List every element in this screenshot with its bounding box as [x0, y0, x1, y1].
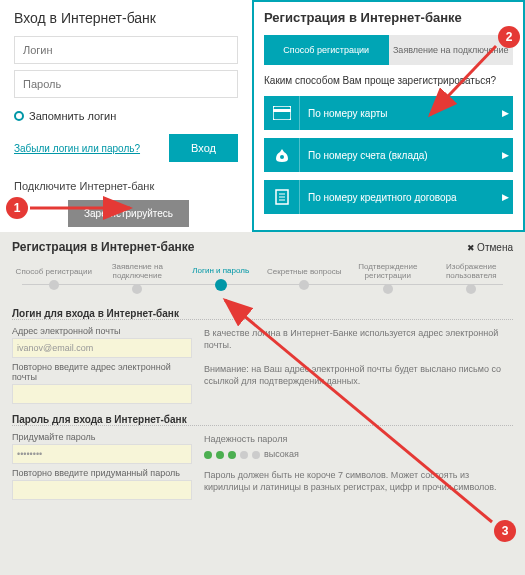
registration-form: Регистрация в Интернет-банке Отмена Спос…: [0, 232, 525, 575]
annotation-badge-3: 3: [494, 520, 516, 542]
method-account-label: По номеру счета (вклада): [300, 150, 497, 161]
chevron-right-icon: ▶: [497, 192, 513, 202]
annotation-badge-1: 1: [6, 197, 28, 219]
email-input[interactable]: [12, 338, 192, 358]
svg-point-2: [280, 155, 284, 159]
login-title: Вход в Интернет-банк: [14, 10, 238, 26]
password-input[interactable]: [14, 70, 238, 98]
email-note-2: Внимание: на Ваш адрес электронной почты…: [204, 362, 513, 404]
step-indicator: Способ регистрации Заявление на подключе…: [12, 262, 513, 294]
method-credit[interactable]: По номеру кредитного договора ▶: [264, 180, 513, 214]
tab-method[interactable]: Способ регистрации: [264, 35, 389, 65]
step-3: Логин и пароль: [179, 266, 263, 291]
pass-label: Придумайте пароль: [12, 432, 192, 442]
strength-text: высокая: [264, 449, 299, 461]
pass-input[interactable]: [12, 444, 192, 464]
login-input[interactable]: [14, 36, 238, 64]
step-5: Подтверждение регистрации: [346, 262, 430, 294]
method-card[interactable]: По номеру карты ▶: [264, 96, 513, 130]
remember-login[interactable]: Запомнить логин: [14, 110, 238, 122]
strength-label: Надежность пароля: [204, 434, 513, 446]
remember-label: Запомнить логин: [29, 110, 116, 122]
card-icon: [264, 96, 300, 130]
step-6: Изображение пользователя: [430, 262, 514, 294]
login-panel: Вход в Интернет-банк Запомнить логин Заб…: [0, 0, 252, 232]
reg-title: Регистрация в Интернет-банке: [264, 10, 513, 25]
method-account[interactable]: По номеру счета (вклада) ▶: [264, 138, 513, 172]
annotation-badge-2: 2: [498, 26, 520, 48]
form-title: Регистрация в Интернет-банке: [12, 240, 195, 254]
email-note-1: В качестве логина в Интернет-Банке испол…: [204, 326, 513, 358]
step-1: Способ регистрации: [12, 267, 96, 290]
pass2-input[interactable]: [12, 480, 192, 500]
radio-icon: [14, 111, 24, 121]
step-2: Заявление на подключение: [96, 262, 180, 294]
reg-tabs: Способ регистрации Заявление на подключе…: [264, 35, 513, 65]
register-button[interactable]: Зарегистрируйтесь: [68, 200, 189, 227]
bag-icon: [264, 138, 300, 172]
document-icon: [264, 180, 300, 214]
login-section-title: Логин для входа в Интернет-банк: [12, 308, 513, 320]
pass-note: Пароль должен быть не короче 7 символов.…: [204, 468, 513, 500]
connect-label: Подключите Интернет-банк: [14, 180, 238, 192]
registration-panel: Регистрация в Интернет-банке Способ реги…: [252, 0, 525, 232]
chevron-right-icon: ▶: [497, 150, 513, 160]
tab-statement[interactable]: Заявление на подключение: [389, 35, 514, 65]
login-button[interactable]: Вход: [169, 134, 238, 162]
pass-section-title: Пароль для входа в Интернет-банк: [12, 414, 513, 426]
forgot-link[interactable]: Забыли логин или пароль?: [14, 143, 140, 154]
method-credit-label: По номеру кредитного договора: [300, 192, 497, 203]
svg-rect-0: [273, 106, 291, 120]
pass2-label: Повторно введите придуманный пароль: [12, 468, 192, 478]
chevron-right-icon: ▶: [497, 108, 513, 118]
email-label: Адрес электронной почты: [12, 326, 192, 336]
method-card-label: По номеру карты: [300, 108, 497, 119]
email2-input[interactable]: [12, 384, 192, 404]
svg-rect-1: [273, 109, 291, 112]
email2-label: Повторно введите адрес электронной почты: [12, 362, 192, 382]
cancel-button[interactable]: Отмена: [467, 242, 513, 253]
reg-prompt: Каким способом Вам проще зарегистрироват…: [264, 75, 513, 86]
strength-meter: высокая: [204, 449, 513, 461]
step-4: Секретные вопросы: [263, 267, 347, 290]
